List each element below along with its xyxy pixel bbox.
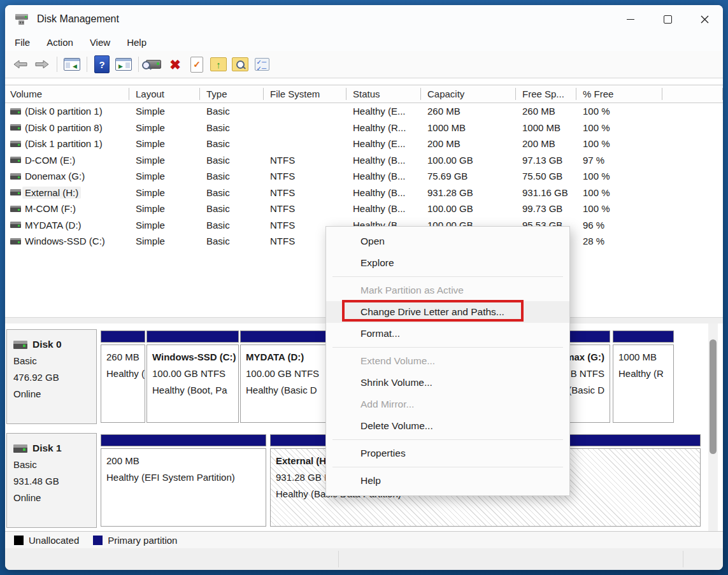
disk0-label-panel[interactable]: Disk 0 Basic 476.92 GB Online: [6, 329, 97, 424]
disk-name: Disk 1: [32, 440, 62, 457]
menu-action[interactable]: Action: [38, 35, 82, 50]
volume-pct-free: 100 %: [576, 203, 662, 214]
forward-arrow-icon: [35, 60, 49, 69]
volume-type: Basic: [200, 106, 264, 117]
volume-row[interactable]: D-COM (E:) Simple Basic NTFS Healthy (B.…: [5, 152, 723, 169]
volume-capacity: 1000 MB: [421, 122, 516, 133]
partition-status: Healthy (R: [618, 366, 668, 382]
volume-capacity: 931.28 GB: [421, 187, 516, 198]
volume-name: External (H:): [22, 187, 81, 199]
folder-up-button[interactable]: ↑: [210, 55, 227, 73]
commit-check-button[interactable]: ✓: [188, 55, 206, 73]
volume-fs: NTFS: [264, 203, 346, 214]
volume-pct-free: 100 %: [576, 122, 662, 133]
volume-status: Healthy (B...: [346, 155, 421, 166]
legend-label: Unallocated: [29, 535, 79, 546]
menu-item-mark-partition-active: Mark Partition as Active: [326, 280, 569, 301]
volume-row[interactable]: Donemax (G:) Simple Basic NTFS Healthy (…: [5, 168, 723, 185]
volume-name: D-COM (E:): [25, 155, 75, 166]
partition-disk0-windows-ssd[interactable]: Windows-SSD (C:) 100.00 GB NTFS Healthy …: [146, 330, 239, 423]
menu-separator: [332, 347, 563, 348]
menu-view[interactable]: View: [82, 35, 118, 50]
partition-disk1-efi[interactable]: 200 MB Healthy (EFI System Partition): [101, 434, 266, 527]
volume-free: 1000 MB: [516, 122, 576, 133]
column-header-volume[interactable]: Volume: [5, 88, 129, 100]
partition-color-bar: [101, 330, 145, 343]
volume-fs: NTFS: [264, 171, 346, 181]
task-list-button[interactable]: ✓─✓─: [253, 55, 271, 73]
menu-separator: [332, 439, 563, 440]
column-header-status[interactable]: Status: [346, 88, 421, 100]
disk-status: Online: [13, 490, 96, 506]
column-header-layout[interactable]: Layout: [129, 88, 200, 100]
back-button[interactable]: [11, 55, 29, 73]
volume-row[interactable]: (Disk 1 partition 1) Simple Basic Health…: [5, 136, 723, 152]
disk1-label-panel[interactable]: Disk 1 Basic 931.48 GB Online: [6, 433, 97, 528]
volume-type: Basic: [200, 138, 264, 149]
partition-disk0-recovery[interactable]: 1000 MB Healthy (R: [613, 330, 674, 423]
volume-status: Healthy (B...: [346, 187, 421, 198]
menu-item-help[interactable]: Help: [326, 470, 569, 492]
volume-status: Healthy (E...: [346, 138, 421, 149]
volume-row[interactable]: (Disk 0 partition 8) Simple Basic Health…: [5, 120, 723, 136]
volume-capacity: 100.00 GB: [421, 203, 516, 214]
menu-item-format[interactable]: Format...: [326, 323, 569, 344]
partition-size: 100.00 GB NTFS: [246, 366, 325, 382]
column-header-type[interactable]: Type: [200, 88, 264, 100]
menu-item-change-drive-letter[interactable]: Change Drive Letter and Paths...: [326, 301, 569, 323]
partition-size: 1000 MB: [618, 349, 668, 366]
partition-disk0-mydata[interactable]: MYDATA (D:) 100.00 GB NTFS Healthy (Basi…: [240, 330, 331, 423]
window-title: Disk Management: [37, 13, 119, 25]
volume-icon: [10, 206, 21, 212]
volume-row-selected[interactable]: External (H:) Simple Basic NTFS Healthy …: [5, 185, 723, 201]
toolbar-separator: [87, 57, 87, 72]
column-header-file-system[interactable]: File System: [264, 88, 346, 100]
volume-name: (Disk 1 partition 1): [25, 138, 103, 149]
show-console-tree-button[interactable]: ◀: [63, 55, 81, 73]
partition-color-bar: [613, 330, 674, 343]
vertical-scrollbar[interactable]: [708, 323, 718, 531]
show-action-pane-button[interactable]: ▶: [115, 55, 132, 73]
maximize-button[interactable]: [649, 5, 686, 33]
volume-type: Basic: [200, 187, 264, 198]
help-button[interactable]: ?: [93, 55, 111, 73]
column-header-capacity[interactable]: Capacity: [421, 88, 516, 100]
column-header-pct-free[interactable]: % Free: [576, 88, 662, 100]
partition-disk0-efi[interactable]: 260 MB Healthy (EFI Sys: [101, 330, 145, 423]
column-header-free-space[interactable]: Free Sp...: [516, 88, 576, 100]
volume-layout: Simple: [129, 187, 200, 198]
task-list-icon: ✓─✓─: [255, 58, 269, 71]
menu-item-delete-volume[interactable]: Delete Volume...: [326, 415, 569, 437]
menu-help[interactable]: Help: [118, 35, 155, 50]
volume-fs: NTFS: [264, 187, 346, 198]
close-button[interactable]: [686, 5, 723, 33]
menu-item-shrink-volume[interactable]: Shrink Volume...: [326, 372, 569, 394]
folder-search-button[interactable]: [231, 55, 249, 73]
volume-name: M-COM (F:): [25, 203, 76, 214]
volume-pct-free: 100 %: [576, 138, 662, 149]
forward-button[interactable]: [33, 55, 51, 73]
menu-item-open[interactable]: Open: [326, 231, 569, 252]
legend-unallocated: Unallocated: [14, 535, 79, 546]
column-header-filler: [662, 88, 723, 100]
volume-row[interactable]: M-COM (F:) Simple Basic NTFS Healthy (B.…: [5, 201, 723, 217]
menu-item-explore[interactable]: Explore: [326, 252, 569, 274]
menu-item-add-mirror: Add Mirror...: [326, 394, 569, 415]
status-divider: [683, 551, 683, 567]
rescan-disks-button[interactable]: [145, 55, 162, 73]
menu-item-properties[interactable]: Properties: [326, 443, 569, 464]
menu-item-extend-volume: Extend Volume...: [326, 350, 569, 372]
delete-button[interactable]: ✖: [166, 55, 184, 73]
minimize-button[interactable]: [612, 5, 649, 33]
volume-free: 97.13 GB: [516, 155, 576, 166]
volume-layout: Simple: [129, 236, 200, 246]
volume-layout: Simple: [129, 155, 200, 166]
menu-separator: [332, 276, 563, 277]
volume-pct-free: 97 %: [576, 155, 662, 166]
volume-row[interactable]: (Disk 0 partition 1) Simple Basic Health…: [5, 103, 723, 120]
volume-layout: Simple: [129, 106, 200, 117]
menu-file[interactable]: File: [6, 35, 38, 50]
legend-bar: Unallocated Primary partition: [5, 531, 723, 550]
status-divider: [338, 551, 339, 567]
scrollbar-thumb[interactable]: [710, 339, 717, 454]
